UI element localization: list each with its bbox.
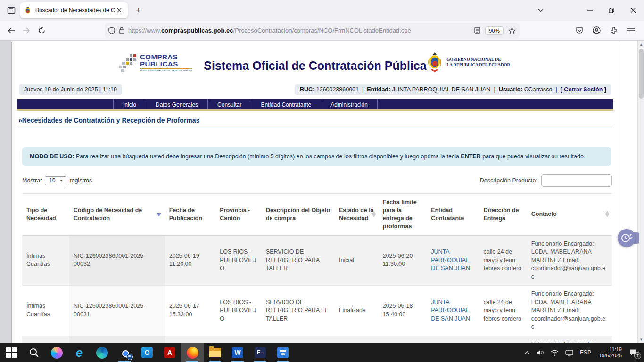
tray-chevron-up-icon[interactable] (521, 343, 533, 362)
url-bar[interactable]: https://www.compraspublicas.gob.ec/Proce… (105, 23, 520, 38)
entity-link[interactable]: JUNTA PARROQUIAL DE SAN JUAN (431, 248, 470, 272)
lock-icon[interactable] (119, 27, 124, 34)
menu-hamburger-icon[interactable] (627, 28, 635, 33)
display-cast-icon[interactable] (562, 343, 577, 362)
datetime-badge: Jueves 19 de Junio de 2025 | 11:19 (19, 84, 122, 95)
acrobat-icon[interactable]: A (158, 343, 181, 362)
edge-icon[interactable] (91, 343, 113, 362)
page-viewport: COMPRAS PÚBLICAS SERVICIO NACIONAL DE CO… (0, 41, 644, 343)
site-favicon-icon (24, 7, 32, 14)
product-filter-label: Descripción Producto: (480, 177, 537, 184)
tracking-shield-icon[interactable] (108, 27, 115, 34)
header-fecha-publicacion[interactable]: Fecha de Publicación (165, 194, 216, 236)
session-info-row: Jueves 19 de Junio de 2025 | 11:19 RUC: … (12, 83, 619, 96)
wifi-icon[interactable] (547, 343, 562, 362)
show-label: Mostrar (22, 177, 42, 184)
nav-item-administracion[interactable]: Administración (321, 99, 378, 109)
tray-clock[interactable]: 11:19 19/6/2025 (594, 346, 626, 359)
new-tab-button[interactable]: + (132, 4, 145, 17)
header-estado[interactable]: Estado de la Necesidad (335, 194, 379, 236)
winged-clock-icon (618, 229, 636, 247)
table-row: Ínfimas Cuantías NIC-1260023860001-2025-… (22, 336, 612, 343)
url-text: https://www.compraspublicas.gob.ec/Proce… (128, 27, 474, 34)
internet-explorer-icon[interactable]: e (68, 343, 91, 362)
outlook-icon[interactable]: O (136, 343, 158, 362)
chevron-down-icon: ▾ (60, 178, 63, 183)
tab-close-icon[interactable] (115, 6, 124, 15)
fes-app-icon[interactable]: F≡ (249, 343, 272, 362)
chrome-profile-badge (126, 354, 133, 360)
chrome-icon[interactable] (113, 343, 136, 362)
gobierno-ecuador-logo: GOBIERNO NACIONAL DE LA REPUBLICA DEL EC… (427, 52, 510, 72)
planner-app-icon[interactable] (272, 343, 294, 362)
windows-taskbar: e O A W F≡ (0, 343, 644, 362)
reload-icon[interactable] (34, 23, 49, 38)
zoom-level-badge[interactable]: 90% (485, 26, 504, 35)
copilot-icon[interactable] (45, 343, 68, 362)
firefox-view-icon[interactable] (4, 3, 18, 17)
notification-center-icon[interactable]: 7 (626, 343, 644, 362)
scrollbar-thumb[interactable] (639, 49, 644, 99)
nav-item-datos-generales[interactable]: Datos Generales (146, 99, 207, 109)
browser-toolbar: https://www.compraspublicas.gob.ec/Proce… (0, 21, 644, 41)
site-content: COMPRAS PÚBLICAS SERVICIO NACIONAL DE CO… (11, 42, 619, 343)
list-all-tabs-icon[interactable] (533, 2, 549, 18)
needs-table: Tipo de Necesidad Código de Necesidad de… (22, 193, 612, 343)
main-navigation: Inicio Datos Generales Consultar Entidad… (17, 99, 613, 109)
window-close-button[interactable] (622, 0, 644, 21)
header-provincia[interactable]: Provincia - Cantón (215, 194, 262, 236)
sort-descending-icon (157, 213, 161, 216)
nav-item-entidad-contratante[interactable]: Entidad Contratante (251, 99, 321, 109)
records-per-page-select[interactable]: 10▾ (45, 176, 66, 185)
reader-mode-icon[interactable] (474, 27, 480, 34)
notification-count-badge: 7 (634, 352, 641, 359)
page-left-gutter (0, 41, 11, 343)
scroll-up-icon[interactable]: ▲ (638, 41, 644, 48)
header-entidad[interactable]: Entidad Contratante (427, 194, 479, 236)
language-indicator[interactable]: ESP (577, 343, 594, 362)
entity-link[interactable]: JUNTA PARROQUIAL DE SAN JUAN (431, 299, 470, 322)
window-restore-button[interactable] (601, 0, 622, 21)
page-scrollbar[interactable]: ▲ ▼ (637, 41, 644, 343)
session-timer-widget[interactable] (618, 229, 636, 247)
pocket-icon[interactable] (576, 27, 583, 34)
browser-tab-strip: Buscador de Necesidades de Co + (0, 0, 644, 21)
word-icon[interactable]: W (226, 343, 249, 362)
search-icon[interactable] (23, 343, 45, 362)
header-fecha-limite[interactable]: Fecha límite para la entrega de proforma… (379, 194, 427, 236)
header-tipo-necesidad[interactable]: Tipo de Necesidad (22, 194, 69, 236)
firefox-icon[interactable] (181, 343, 204, 362)
account-icon[interactable] (593, 26, 601, 34)
header-contacto[interactable]: Contacto (527, 194, 612, 236)
nav-item-consultar[interactable]: Consultar (207, 99, 251, 109)
table-controls: Mostrar 10▾ registros Descripción Produc… (22, 174, 612, 187)
sort-both-icon (372, 211, 376, 217)
table-header-row: Tipo de Necesidad Código de Necesidad de… (22, 194, 612, 236)
logout-link[interactable]: Cerrar Sesión (564, 86, 603, 93)
product-description-input[interactable] (541, 174, 612, 187)
system-tray: ESP 11:19 19/6/2025 7 (521, 343, 644, 362)
browser-tab[interactable]: Buscador de Necesidades de Co (20, 2, 128, 18)
nav-item-inicio[interactable]: Inicio (113, 99, 146, 109)
table-row: Ínfimas Cuantías NIC-1260023860001-2025-… (22, 286, 612, 336)
header-direccion[interactable]: Dirección de Entrega (479, 194, 527, 236)
file-explorer-icon[interactable] (204, 343, 226, 362)
forward-icon[interactable] (19, 23, 34, 38)
header-codigo[interactable]: Código de Necesidad de Contratación (69, 194, 165, 236)
records-label: registros (69, 177, 92, 184)
user-session-badge: RUC: 1260023860001 | Entidad: JUNTA PARR… (295, 84, 611, 95)
ecuador-coat-of-arms-icon (427, 52, 443, 72)
extensions-icon[interactable] (610, 27, 618, 34)
start-button-icon[interactable] (0, 343, 23, 362)
section-title: »Necesidades de Contratación y Recepción… (18, 116, 612, 128)
site-header: COMPRAS PÚBLICAS SERVICIO NACIONAL DE CO… (12, 42, 619, 83)
table-row: Ínfimas Cuantías NIC-1260023860001-2025-… (22, 235, 612, 286)
header-descripcion[interactable]: Descripción del Objeto de compra (262, 194, 335, 236)
bookmark-star-icon[interactable] (508, 27, 516, 34)
back-icon[interactable] (4, 23, 19, 38)
volume-icon[interactable] (533, 343, 547, 362)
sort-both-icon (605, 211, 609, 217)
window-minimize-button[interactable] (579, 0, 601, 21)
scroll-down-icon[interactable]: ▼ (638, 336, 644, 343)
tab-title: Buscador de Necesidades de Co (35, 7, 115, 14)
